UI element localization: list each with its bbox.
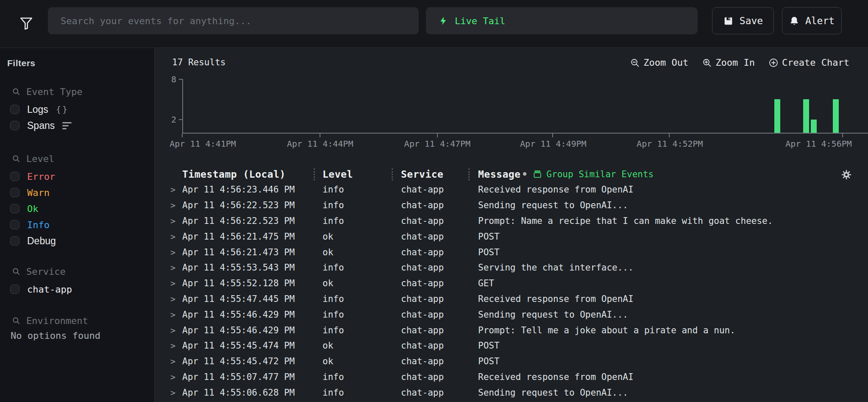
filter-option-label: Info: [27, 220, 50, 230]
cell-timestamp: Apr 11 4:55:45.474 PM: [182, 341, 323, 351]
column-separator[interactable]: [314, 168, 315, 180]
row-expand-chevron-icon[interactable]: >: [170, 341, 182, 351]
events-histogram: 28Apr 11 4:41PMApr 11 4:44PMApr 11 4:47P…: [155, 48, 868, 154]
service-label: Service: [26, 266, 66, 277]
row-expand-chevron-icon[interactable]: >: [170, 310, 182, 320]
cell-level: ok: [323, 247, 401, 257]
row-expand-chevron-icon[interactable]: >: [170, 356, 182, 366]
filter-funnel-button[interactable]: [15, 10, 37, 36]
top-bar: Live Tail Save Alert: [0, 0, 868, 48]
span-lines-icon: [62, 122, 72, 129]
checkbox[interactable]: [10, 188, 19, 197]
cell-message: Sending request to OpenAI...: [478, 388, 868, 398]
checkbox[interactable]: [10, 204, 19, 213]
cell-service: chat-app: [401, 216, 478, 226]
cell-service: chat-app: [401, 247, 478, 257]
column-separator[interactable]: [468, 168, 470, 180]
save-button[interactable]: Save: [712, 7, 774, 34]
col-header-message: Message: [478, 169, 520, 180]
table-settings-gear-button[interactable]: [841, 169, 852, 180]
row-expand-chevron-icon[interactable]: >: [170, 247, 182, 257]
cell-timestamp: Apr 11 4:56:22.523 PM: [182, 216, 323, 226]
filter-option-ok[interactable]: Ok: [0, 201, 154, 217]
row-expand-chevron-icon[interactable]: >: [170, 278, 182, 288]
event-row[interactable]: >Apr 11 4:55:52.128 PMokchat-appGET: [155, 276, 868, 291]
service-section: Service chat-app: [0, 265, 154, 297]
checkbox[interactable]: [10, 236, 19, 246]
filter-option-label: Spans: [27, 120, 55, 131]
row-expand-chevron-icon[interactable]: >: [170, 184, 182, 195]
event-row[interactable]: >Apr 11 4:56:22.523 PMinfochat-appPrompt…: [155, 213, 868, 229]
row-expand-chevron-icon[interactable]: >: [170, 200, 182, 210]
cell-message: Received response from OpenAI: [478, 294, 868, 304]
checkbox[interactable]: [10, 105, 19, 114]
live-tail-toggle[interactable]: Live Tail: [426, 7, 698, 34]
row-expand-chevron-icon[interactable]: >: [170, 232, 182, 242]
search-icon: [12, 267, 20, 276]
filter-option-debug[interactable]: Debug: [0, 233, 154, 249]
histogram-bar[interactable]: [803, 99, 809, 133]
main-panel: 17 Results Zoom Out Zoom In: [155, 48, 868, 402]
save-label: Save: [740, 15, 763, 26]
event-row[interactable]: >Apr 11 4:55:07.477 PMinfochat-appReceiv…: [155, 369, 868, 385]
x-axis-tick-label: Apr 11 4:41PM: [161, 139, 245, 149]
y-axis-tick-label: 2: [161, 114, 176, 125]
histogram-bar[interactable]: [774, 99, 780, 133]
filter-option-chat-app[interactable]: chat-app: [0, 281, 154, 297]
checkbox[interactable]: [10, 285, 19, 294]
cell-service: chat-app: [401, 356, 478, 366]
filter-option-info[interactable]: Info: [0, 217, 154, 233]
environment-search[interactable]: Environment: [0, 314, 154, 327]
filter-option-warn[interactable]: Warn: [0, 184, 154, 201]
checkbox[interactable]: [10, 121, 19, 130]
event-type-label: Event Type: [26, 87, 82, 97]
event-row[interactable]: >Apr 11 4:55:47.445 PMinfochat-appReceiv…: [155, 291, 868, 307]
funnel-icon: [19, 14, 34, 31]
live-tail-label: Live Tail: [455, 16, 505, 26]
event-row[interactable]: >Apr 11 4:56:21.473 PMokchat-appPOST: [155, 244, 868, 260]
histogram-bar[interactable]: [811, 120, 817, 133]
group-similar-events-button[interactable]: Group Similar Events: [533, 169, 654, 179]
checkbox[interactable]: [10, 172, 19, 181]
column-separator[interactable]: [392, 168, 393, 180]
cell-timestamp: Apr 11 4:56:23.446 PM: [182, 184, 323, 195]
cell-message: POST: [478, 341, 868, 351]
filter-option-label: Ok: [27, 204, 39, 214]
filter-option-logs[interactable]: Logs{}: [0, 101, 154, 117]
row-expand-chevron-icon[interactable]: >: [170, 388, 182, 398]
row-expand-chevron-icon[interactable]: >: [170, 372, 182, 382]
alert-label: Alert: [805, 15, 835, 26]
event-row[interactable]: >Apr 11 4:55:53.543 PMinfochat-appServin…: [155, 260, 868, 276]
event-row[interactable]: >Apr 11 4:56:23.446 PMinfochat-appReceiv…: [155, 182, 868, 198]
cell-level: ok: [323, 356, 401, 366]
message-header-extra: • Group Similar Events: [522, 169, 654, 180]
cell-level: info: [323, 294, 401, 304]
event-row[interactable]: >Apr 11 4:55:45.474 PMokchat-appPOST: [155, 338, 868, 354]
event-row[interactable]: >Apr 11 4:55:45.472 PMokchat-appPOST: [155, 354, 868, 369]
service-options: chat-app: [0, 281, 154, 297]
filter-option-spans[interactable]: Spans: [0, 117, 154, 134]
cell-service: chat-app: [401, 200, 478, 210]
event-row[interactable]: >Apr 11 4:55:46.429 PMinfochat-appSendin…: [155, 307, 868, 322]
event-row[interactable]: >Apr 11 4:55:06.628 PMinfochat-appSendin…: [155, 385, 868, 400]
filter-option-error[interactable]: Error: [0, 168, 154, 184]
event-type-search[interactable]: Event Type: [0, 85, 154, 98]
row-expand-chevron-icon[interactable]: >: [170, 262, 182, 273]
event-row[interactable]: >Apr 11 4:56:22.523 PMinfochat-appSendin…: [155, 198, 868, 213]
event-row[interactable]: >Apr 11 4:56:21.475 PMokchat-appPOST: [155, 229, 868, 244]
cell-timestamp: Apr 11 4:55:46.429 PM: [182, 310, 323, 320]
service-search[interactable]: Service: [0, 265, 154, 278]
cell-message: Prompt: Name a recipe that I can make wi…: [478, 216, 868, 226]
alert-button[interactable]: Alert: [782, 7, 842, 34]
row-expand-chevron-icon[interactable]: >: [170, 325, 182, 335]
cell-timestamp: Apr 11 4:55:53.543 PM: [182, 262, 323, 273]
row-expand-chevron-icon[interactable]: >: [170, 294, 182, 304]
filter-option-label: Logs: [27, 104, 48, 115]
event-row[interactable]: >Apr 11 4:55:46.429 PMinfochat-appPrompt…: [155, 322, 868, 338]
search-input[interactable]: [48, 7, 419, 34]
checkbox[interactable]: [10, 220, 19, 229]
x-axis-tick: [669, 134, 670, 137]
row-expand-chevron-icon[interactable]: >: [170, 216, 182, 226]
level-search[interactable]: Level: [0, 152, 154, 165]
histogram-bar[interactable]: [833, 99, 839, 133]
